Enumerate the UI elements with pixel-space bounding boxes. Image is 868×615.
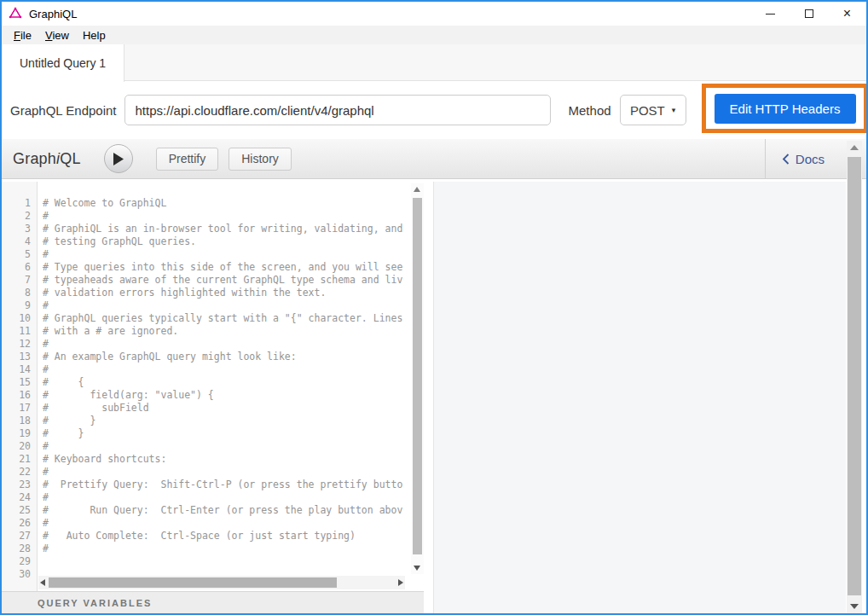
scroll-right-arrow-icon[interactable] (398, 579, 403, 586)
code-line[interactable]: # (43, 210, 410, 223)
editor-vertical-scrollbar[interactable] (411, 183, 424, 574)
endpoint-label: GraphQL Endpoint (10, 103, 117, 118)
code-line[interactable]: # Prettify Query: Shift-Ctrl-P (or press… (43, 479, 410, 491)
code-line[interactable]: # (43, 466, 410, 479)
graphql-logo-icon (9, 7, 22, 20)
line-number: 25 (2, 504, 31, 517)
query-editor-pane[interactable]: 1234567891011121314151617181920212223242… (2, 182, 424, 613)
code-line[interactable]: # (43, 517, 410, 530)
code-line[interactable]: # Keyboard shortcuts: (43, 453, 410, 466)
scroll-left-arrow-icon[interactable] (40, 579, 45, 586)
code-line[interactable]: # with a # are ignored. (43, 325, 410, 338)
query-editor-code[interactable]: # Welcome to GraphiQL## GraphiQL is an i… (38, 182, 410, 577)
endpoint-row: GraphQL Endpoint Method POST ▾ Edit HTTP… (2, 81, 866, 139)
editor-vertical-scroll-thumb[interactable] (413, 198, 422, 554)
line-number: 30 (2, 568, 31, 581)
line-number: 18 (2, 415, 31, 427)
code-line[interactable]: # validation errors highlighted within t… (43, 287, 410, 299)
scroll-up-arrow-icon[interactable] (414, 187, 420, 192)
tabstrip: Untitled Query 1 (2, 44, 866, 81)
endpoint-input[interactable] (124, 95, 551, 125)
line-number: 1 (2, 197, 31, 210)
code-line[interactable]: # (43, 542, 410, 555)
code-line[interactable]: # testing GraphQL queries. (43, 235, 410, 248)
line-number: 15 (2, 376, 31, 389)
line-number: 12 (2, 338, 31, 351)
annotation-highlight: Edit HTTP Headers (702, 84, 868, 133)
close-icon: × (843, 7, 851, 20)
code-line[interactable]: # Type queries into this side of the scr… (43, 261, 410, 274)
code-line[interactable]: # (43, 491, 410, 504)
code-line[interactable]: # (43, 338, 410, 351)
code-line[interactable]: # } (43, 427, 410, 440)
line-number: 16 (2, 389, 31, 402)
page-scroll-thumb[interactable] (848, 157, 861, 595)
graphiql-toolbar: GraphiQL Prettify History Docs (2, 139, 866, 179)
code-line[interactable]: # Auto Complete: Ctrl-Space (or just sta… (43, 530, 410, 542)
minimize-button[interactable] (751, 2, 790, 26)
line-number: 11 (2, 325, 31, 338)
code-line[interactable]: # } (43, 415, 410, 427)
method-label: Method (569, 103, 611, 118)
line-number: 10 (2, 312, 31, 325)
method-select[interactable]: POST ▾ (620, 95, 686, 125)
page-scrollbar[interactable] (847, 141, 862, 613)
menu-item-help[interactable]: Help (76, 29, 113, 42)
code-line[interactable]: # (43, 363, 410, 376)
line-number: 9 (2, 299, 31, 312)
line-number: 28 (2, 542, 31, 555)
menubar: File View Help (2, 26, 866, 44)
page-scroll-up-arrow-icon[interactable] (850, 145, 859, 150)
scroll-down-arrow-icon[interactable] (414, 566, 420, 571)
minimize-icon (766, 14, 775, 15)
window-title: GraphiQL (29, 8, 77, 20)
window-controls: × (751, 2, 866, 26)
code-line[interactable]: # GraphQL queries typically start with a… (43, 312, 410, 325)
code-line[interactable]: # field(arg: "value") { (43, 389, 410, 402)
code-line[interactable] (43, 555, 410, 568)
query-variables-title: QUERY VARIABLES (38, 598, 152, 608)
prettify-button[interactable]: Prettify (156, 148, 219, 171)
history-button[interactable]: History (229, 148, 292, 171)
chevron-left-icon (782, 154, 790, 165)
line-number: 26 (2, 517, 31, 530)
menu-item-file[interactable]: File (7, 29, 38, 42)
line-number: 13 (2, 351, 31, 363)
close-button[interactable]: × (828, 2, 866, 26)
execute-query-button[interactable] (104, 144, 133, 173)
code-line[interactable]: # An example GraphQL query might look li… (43, 351, 410, 363)
page-scroll-down-arrow-icon[interactable] (850, 604, 859, 609)
edit-http-headers-button[interactable]: Edit HTTP Headers (715, 94, 856, 124)
line-number: 21 (2, 453, 31, 466)
query-variables-header[interactable]: QUERY VARIABLES (2, 591, 424, 613)
maximize-icon (805, 9, 813, 18)
line-number: 3 (2, 223, 31, 235)
editor-gutter: 1234567891011121314151617181920212223242… (2, 182, 38, 591)
docs-label: Docs (796, 152, 825, 166)
code-line[interactable]: # Run Query: Ctrl-Enter (or press the pl… (43, 504, 410, 517)
code-line[interactable]: # (43, 299, 410, 312)
main-content: 1234567891011121314151617181920212223242… (2, 182, 866, 613)
play-icon (113, 153, 124, 165)
line-number: 8 (2, 287, 31, 299)
line-number: 29 (2, 555, 31, 568)
code-line[interactable]: # (43, 248, 410, 261)
editor-horizontal-scroll-thumb[interactable] (49, 577, 337, 588)
code-line[interactable]: # subField (43, 402, 410, 415)
tab-untitled-query-1[interactable]: Untitled Query 1 (2, 44, 124, 82)
tab-label: Untitled Query 1 (20, 56, 106, 70)
code-line[interactable]: # Welcome to GraphiQL (43, 197, 410, 210)
code-line[interactable]: # typeaheads aware of the current GraphQ… (43, 274, 410, 287)
method-value: POST (630, 103, 665, 118)
line-number: 23 (2, 479, 31, 491)
line-number: 20 (2, 440, 31, 453)
app-window: GraphiQL × File View Help Untitled Query… (0, 0, 868, 615)
docs-toggle[interactable]: Docs (765, 139, 847, 178)
menu-item-view[interactable]: View (38, 29, 76, 42)
code-line[interactable]: # GraphiQL is an in-browser tool for wri… (43, 223, 410, 235)
code-line[interactable]: # (43, 440, 410, 453)
maximize-button[interactable] (790, 2, 828, 26)
editor-horizontal-scrollbar[interactable] (38, 576, 405, 589)
line-number: 17 (2, 402, 31, 415)
code-line[interactable]: # { (43, 376, 410, 389)
